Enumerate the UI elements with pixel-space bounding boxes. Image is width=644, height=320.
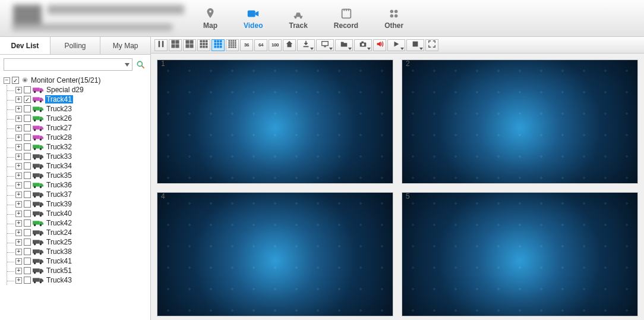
expand-icon[interactable]: +: [15, 239, 22, 246]
grid-100-button[interactable]: 100: [269, 39, 282, 51]
video-tile[interactable]: 5: [402, 192, 638, 316]
grid-1-7-button[interactable]: [197, 39, 210, 51]
tree-item[interactable]: +Truck35: [15, 171, 148, 180]
item-checkbox[interactable]: [24, 96, 31, 103]
tree-item[interactable]: +Truck40: [15, 209, 148, 218]
nav-track[interactable]: Track: [289, 7, 307, 30]
item-checkbox[interactable]: [24, 258, 31, 265]
item-checkbox[interactable]: [24, 267, 31, 274]
item-checkbox[interactable]: [24, 153, 31, 160]
expand-icon[interactable]: +: [15, 211, 22, 217]
tree-root[interactable]: − Monitor Center(15/21): [4, 76, 148, 85]
expand-icon[interactable]: +: [15, 230, 22, 236]
tree-item[interactable]: +Truck37: [15, 190, 148, 199]
item-checkbox[interactable]: [24, 134, 31, 141]
item-checkbox[interactable]: [24, 143, 31, 150]
expand-icon[interactable]: +: [15, 134, 22, 141]
video-tile[interactable]: 2: [402, 59, 638, 184]
nav-video[interactable]: Video: [244, 7, 263, 30]
grid-36-button[interactable]: 36: [240, 39, 253, 51]
item-checkbox[interactable]: [24, 248, 31, 255]
expand-icon[interactable]: +: [15, 106, 22, 112]
item-checkbox[interactable]: [24, 210, 31, 217]
expand-icon[interactable]: +: [15, 172, 22, 179]
grid-4x4-button[interactable]: [226, 39, 239, 51]
folder-button[interactable]: [335, 39, 353, 51]
video-tile[interactable]: 1: [157, 59, 393, 184]
tree-item[interactable]: +Truck41: [15, 256, 148, 266]
grid-64-button[interactable]: 64: [254, 39, 267, 51]
tree-item[interactable]: +Truck26: [15, 114, 148, 123]
grid-1-5-button[interactable]: [183, 39, 196, 51]
camera-button[interactable]: [354, 39, 372, 51]
item-checkbox[interactable]: [24, 115, 31, 122]
expand-icon[interactable]: +: [15, 153, 22, 160]
home-button[interactable]: [283, 39, 296, 51]
search-button[interactable]: [135, 59, 147, 71]
tree-item[interactable]: +Truck27: [15, 123, 148, 133]
expand-icon[interactable]: +: [15, 249, 22, 255]
expand-icon[interactable]: +: [15, 268, 22, 274]
tree-item[interactable]: +Truck33: [15, 152, 148, 161]
download-button[interactable]: [297, 39, 315, 51]
item-checkbox[interactable]: [24, 191, 31, 198]
grid-2x2-button[interactable]: [169, 39, 182, 51]
item-checkbox[interactable]: [24, 105, 31, 112]
root-checkbox[interactable]: [12, 77, 19, 84]
svg-rect-85: [185, 44, 189, 48]
tab-polling[interactable]: Polling: [50, 37, 101, 54]
expand-icon[interactable]: +: [15, 192, 22, 198]
expand-icon[interactable]: +: [15, 87, 22, 93]
tree-item[interactable]: +Truck43: [15, 275, 148, 285]
item-checkbox[interactable]: [24, 229, 31, 236]
item-checkbox[interactable]: [24, 181, 31, 189]
pause-button[interactable]: [154, 39, 168, 51]
sound-button[interactable]: [373, 39, 386, 51]
expand-icon[interactable]: +: [15, 125, 22, 131]
expand-icon[interactable]: +: [15, 115, 22, 122]
item-checkbox[interactable]: [24, 172, 31, 179]
expand-icon[interactable]: +: [15, 182, 22, 189]
stop-button[interactable]: [406, 39, 424, 51]
tree-item[interactable]: +Truck42: [15, 218, 148, 228]
item-checkbox[interactable]: [24, 124, 31, 131]
tree-item[interactable]: +Truck28: [15, 133, 148, 142]
tree-item[interactable]: +Truck34: [15, 161, 148, 171]
monitor-button[interactable]: [316, 39, 334, 51]
nav-map[interactable]: Map: [203, 7, 217, 30]
tree-item[interactable]: +Truck24: [15, 228, 148, 237]
nav-other[interactable]: Other: [384, 7, 403, 30]
expand-icon[interactable]: +: [15, 144, 22, 150]
tree-item[interactable]: +Truck51: [15, 266, 148, 275]
play-button[interactable]: [387, 39, 405, 51]
item-checkbox[interactable]: [24, 162, 31, 170]
search-input[interactable]: [4, 58, 132, 71]
tree-item[interactable]: +Truck38: [15, 247, 148, 256]
tree-item[interactable]: +Truck23: [15, 104, 148, 114]
expand-icon[interactable]: +: [15, 201, 22, 208]
expand-icon[interactable]: +: [15, 277, 22, 284]
tree-item[interactable]: +Truck32: [15, 142, 148, 152]
expand-icon[interactable]: +: [15, 220, 22, 227]
item-checkbox[interactable]: [24, 200, 31, 208]
expand-icon[interactable]: +: [15, 258, 22, 265]
tree-item[interactable]: +Truck25: [15, 237, 148, 247]
item-checkbox[interactable]: [24, 239, 31, 246]
svg-point-51: [34, 205, 36, 208]
grid-3x3-button[interactable]: [211, 39, 225, 51]
expand-icon[interactable]: +: [15, 96, 22, 103]
nav-record[interactable]: Record: [334, 7, 358, 30]
expand-icon[interactable]: +: [15, 163, 22, 170]
tab-my-map[interactable]: My Map: [100, 37, 150, 54]
item-checkbox[interactable]: [24, 86, 31, 93]
tree-item[interactable]: +Track41: [15, 95, 148, 104]
video-tile[interactable]: 4: [157, 192, 393, 316]
tree-item[interactable]: +Truck36: [15, 180, 148, 190]
tree-item[interactable]: +Special d29: [15, 85, 148, 95]
fullscreen-button[interactable]: [425, 39, 438, 51]
tab-dev-list[interactable]: Dev List: [0, 37, 50, 54]
item-checkbox[interactable]: [24, 219, 31, 227]
item-checkbox[interactable]: [24, 277, 31, 284]
tree-item[interactable]: +Truck39: [15, 199, 148, 209]
collapse-icon[interactable]: −: [4, 77, 10, 84]
